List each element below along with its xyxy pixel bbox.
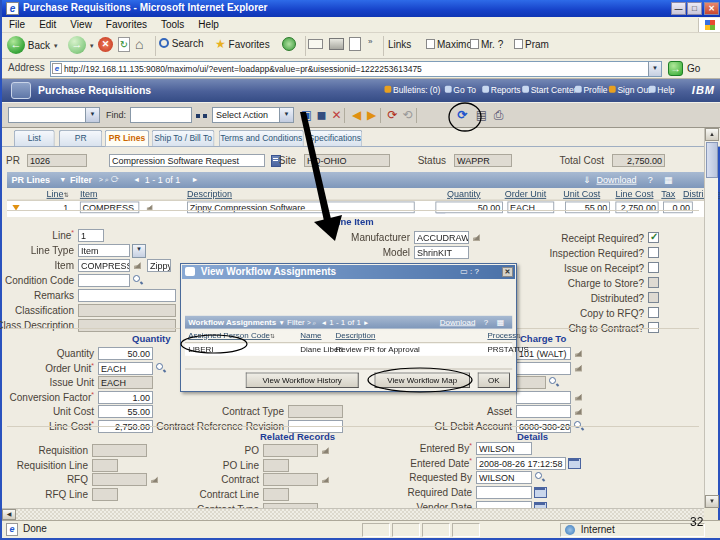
pr-description-field[interactable]: Compression Software Request [109,154,265,167]
condition-code-mag-icon[interactable] [132,274,144,286]
dialog-prev-icon[interactable]: ◄ [321,319,327,326]
address-input[interactable]: ehttp://192.168.11.135:9080/maximo/ui/?e… [50,61,662,77]
quantity-field[interactable]: 50.00 [98,347,153,360]
maximize-button[interactable]: □ [687,2,702,15]
entered-by-field[interactable]: WILSON [476,442,532,455]
back-button[interactable]: ← Back ▼ [7,36,59,54]
order-unit-mag-icon[interactable] [155,362,167,374]
select-action-combo[interactable]: Select Action▼ [212,107,294,123]
tab-pr-lines[interactable]: PR Lines [105,130,149,146]
dialog-filter-icon[interactable]: ▼ [278,319,284,326]
dialog-col-person[interactable]: Assigned Person Code ⇅ [188,331,275,340]
ok-button[interactable]: OK [478,373,510,388]
item-arrow-icon[interactable] [132,259,144,271]
print-button[interactable] [329,38,344,50]
asset-arrow-icon[interactable] [573,405,585,417]
col-description[interactable]: Description [187,189,232,199]
entered-date-cal-icon[interactable] [568,457,580,469]
edit-button[interactable] [349,37,361,51]
charge-row-3-mag-icon[interactable] [548,376,560,388]
menu-item-favorites[interactable]: Favorites [99,17,154,32]
model-field[interactable]: ShrinKIT [414,246,469,259]
forward-button[interactable]: → ▼ [68,36,95,54]
copy-to-rfq-checkbox[interactable] [648,307,659,318]
table-help-icon[interactable]: ? [648,172,653,187]
go-label[interactable]: Go [687,63,700,74]
view-workflow-map-button[interactable]: View Workflow Map [375,373,470,388]
cell-order-unit[interactable]: EACH [507,202,554,214]
cell-unit-cost[interactable]: 55.00 [565,202,610,214]
tab-pr[interactable]: PR [59,130,102,146]
col-item[interactable]: Item [80,189,98,199]
menu-item-tools[interactable]: Tools [154,17,191,32]
vertical-scrollbar[interactable]: ▲ ▼ [704,128,718,508]
dialog-help-icon[interactable]: ? [484,316,488,328]
cell-line-cost[interactable]: 2,750.00 [615,202,658,214]
dialog-filter-glyphs[interactable]: > ⌕ [307,319,316,326]
nav-profile[interactable]: Profile [575,85,608,94]
conversion-factor-field[interactable]: 1.00 [98,391,153,404]
col-order-unit[interactable]: Order Unit [505,189,547,199]
mail-button[interactable] [308,39,323,49]
requested-by-mag-icon[interactable] [534,471,546,483]
charge-row-2-arrow-icon[interactable] [573,362,585,374]
remarks-field[interactable] [78,289,176,302]
next-page-icon[interactable]: ► [192,172,199,187]
nav-sign-out[interactable]: Sign Out [609,85,651,94]
dialog-col-process[interactable]: Process ⇅ [487,331,521,340]
po-arrow-icon[interactable] [320,444,332,456]
nav-help[interactable]: Help [649,85,675,94]
prev-page-icon[interactable]: ◄ [133,172,140,187]
charge-row-1-arrow-icon[interactable] [573,347,585,359]
next-record-icon[interactable]: ▶ [363,107,380,124]
stop-workflow-icon[interactable]: ⟲ [399,107,416,124]
media-button[interactable] [282,37,296,51]
manufacturer-field[interactable]: ACCUDRAW [414,231,469,244]
tab-specifications[interactable]: Specifications [307,130,362,146]
scroll-thumb[interactable] [706,142,718,178]
line-type-field[interactable]: Item [78,244,130,257]
dialog-download-link[interactable]: Download [440,316,476,328]
filter-label[interactable]: Filter [70,172,92,187]
entered-date-field[interactable]: 2008-08-26 17:12:58 [476,457,566,470]
col-quantity[interactable]: Quantity [447,189,481,199]
line-field[interactable]: 1 [78,229,104,242]
download-link[interactable]: Download [597,172,637,187]
charge-row-4-field[interactable] [516,391,571,404]
cell-item[interactable]: COMPRESS [80,202,139,214]
tab-terms-and-conditions[interactable]: Terms and Conditions [219,130,304,146]
dialog-row[interactable]: LIBERI Diane Liberi Review PR for Approv… [185,344,512,356]
link-maximo[interactable]: Maximo [426,39,472,50]
record-combo[interactable]: ▼ [8,107,100,123]
refresh-button[interactable]: ↻ [118,37,130,52]
cell-description[interactable]: Zippy Compression Software [187,202,415,214]
dialog-grid-icon[interactable]: ▦ [497,316,505,328]
issue-on-receipt-checkbox[interactable] [648,262,659,273]
col-line-cost[interactable]: Line Cost [615,189,653,199]
address-dropdown[interactable]: ▼ [648,62,661,76]
home-button[interactable]: ⌂ [135,36,143,52]
required-date-cal-icon[interactable] [534,486,546,498]
dialog-col-description[interactable]: Description [335,331,375,340]
tab-ship-to-bill-to[interactable]: Ship To / Bill To [152,130,215,146]
menu-item-help[interactable]: Help [191,17,226,32]
nav-reports[interactable]: Reports [482,85,520,94]
charge-row-4-arrow-icon[interactable] [573,391,585,403]
workflow-map-icon[interactable]: ⟳ [454,107,471,124]
cell-tax[interactable]: 0.00 [663,202,693,214]
table-maximize-icon[interactable]: ▦ [664,172,673,187]
col-tax[interactable]: Tax [661,189,675,199]
dialog-col-name[interactable]: Name [300,331,321,340]
menu-item-edit[interactable]: Edit [32,17,63,32]
minimize-button[interactable]: — [671,2,686,15]
receipt-required-checkbox[interactable] [648,232,659,243]
contract-arrow-icon[interactable] [320,473,332,485]
toolbar-overflow-chevron[interactable]: » [368,37,372,46]
go-button[interactable]: → [668,61,683,76]
search-button[interactable]: Search [159,37,203,49]
dialog-next-icon[interactable]: ► [363,319,369,326]
manufacturer-arrow-icon[interactable] [471,231,483,243]
view-workflow-history-button[interactable]: View Workflow History [246,373,359,388]
scroll-left-icon[interactable]: ◀ [2,509,16,520]
link-pram[interactable]: Pram [514,39,549,50]
